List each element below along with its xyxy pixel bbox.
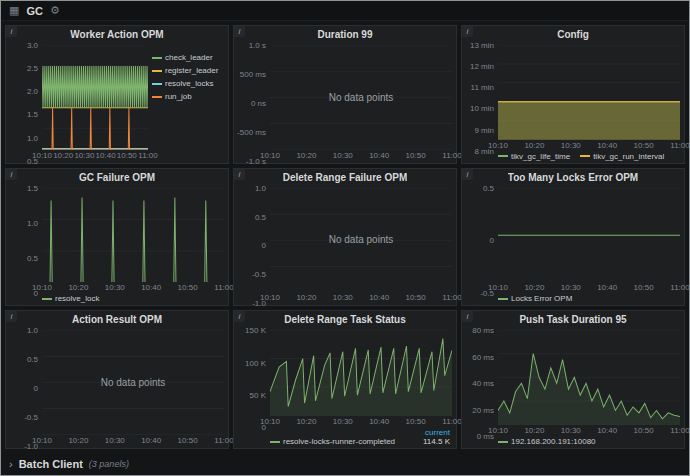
y-axis: 13 min12 min11 min10 min9 min8 min — [464, 45, 498, 151]
x-tick-label: 10:40 — [141, 436, 161, 445]
x-tick-label: 10:40 — [597, 141, 617, 150]
legend-item[interactable]: resolve-locks-runner-completed — [270, 437, 395, 446]
y-axis: 150 K100 K50 K0 — [236, 330, 270, 427]
x-tick-label: 10:40 — [369, 293, 389, 302]
legend-item[interactable]: resolve_locks — [152, 79, 213, 88]
info-icon[interactable]: i — [462, 311, 473, 322]
info-icon[interactable]: i — [234, 169, 245, 180]
y-tick-label: 60 ms — [472, 352, 494, 361]
legend-current-header: current — [270, 428, 450, 437]
legend-label: resolve_lock — [55, 294, 99, 303]
legend-item[interactable]: tikv_gc_run_interval — [580, 152, 664, 161]
legend-items: resolve-locks-runner-completed114.5 K — [270, 437, 450, 446]
plot-wrap: 10:1010:2010:3010:4010:5011:00 — [42, 45, 148, 161]
x-tick-label: 11:00 — [442, 417, 461, 426]
plot — [498, 188, 680, 283]
legend-swatch — [152, 57, 162, 59]
legend-item[interactable]: register_leader — [152, 66, 218, 75]
y-axis: 1.0 s500 ms0 ns-500 ms-1.0 s — [236, 45, 270, 161]
chart-area: 1.51.00.50 10:1010:2010:3010:4010:5011:0… — [8, 188, 224, 294]
x-tick-label: 10:50 — [178, 283, 198, 292]
x-axis: 10:1010:2010:3010:4010:5011:00 — [270, 416, 452, 427]
panel-header[interactable]: i Duration 99 — [234, 26, 456, 43]
x-tick-label: 10:40 — [96, 151, 116, 160]
legend-item[interactable]: check_leader — [152, 53, 213, 62]
y-axis: 80 ms60 ms40 ms20 ms0 ms — [464, 330, 498, 436]
panel-header[interactable]: i Too Many Locks Error OPM — [462, 169, 684, 186]
info-icon[interactable]: i — [462, 169, 473, 180]
y-tick-label: 0.5 — [483, 183, 494, 192]
row-panel-count: (3 panels) — [89, 459, 129, 469]
legend-item[interactable]: 192.168.200.191:10080 — [498, 437, 596, 446]
y-tick-label: 0 ns — [251, 98, 266, 107]
panel-header[interactable]: i Action Result OPM — [6, 311, 228, 328]
panel-header[interactable]: i Delete Range Task Status — [234, 311, 456, 328]
x-tick-label: 10:30 — [105, 283, 125, 292]
panel-header[interactable]: i Delete Range Failure OPM — [234, 169, 456, 186]
legend-item[interactable]: tikv_gc_life_time — [498, 152, 570, 161]
plot: No data points — [270, 45, 452, 150]
panel-body: 80 ms60 ms40 ms20 ms0 ms 10:1010:2010:30… — [462, 328, 684, 448]
chart-canvas — [42, 45, 148, 150]
x-tick-label: 10:50 — [634, 426, 654, 435]
x-tick-label: 10:20 — [68, 436, 88, 445]
panel-header[interactable]: i Push Task Duration 95 — [462, 311, 684, 328]
panel-title: Push Task Duration 95 — [519, 314, 626, 325]
panel-header[interactable]: i Worker Action OPM — [6, 26, 228, 43]
info-icon[interactable]: i — [462, 26, 473, 37]
x-tick-label: 10:10 — [488, 283, 508, 292]
info-icon[interactable]: i — [6, 169, 17, 180]
legend-item[interactable]: run_job — [152, 92, 192, 101]
legend-item[interactable]: resolve_lock — [42, 294, 99, 303]
y-axis: 1.51.00.50 — [8, 188, 42, 294]
info-icon[interactable]: i — [6, 26, 17, 37]
legend-items: Locks Error OPM — [498, 294, 678, 303]
legend: Locks Error OPM — [464, 293, 680, 303]
panel-title: Delete Range Failure OPM — [283, 172, 407, 183]
x-tick-label: 10:20 — [296, 417, 316, 426]
info-icon[interactable]: i — [234, 311, 245, 322]
legend-swatch — [152, 70, 162, 72]
legend-label: 192.168.200.191:10080 — [511, 437, 596, 446]
info-icon[interactable]: i — [6, 311, 17, 322]
y-tick-label: 1.5 — [27, 110, 38, 119]
y-tick-label: 2.0 — [27, 87, 38, 96]
legend-swatch — [270, 441, 280, 443]
x-tick-label: 10:50 — [406, 417, 426, 426]
x-tick-label: 10:50 — [634, 283, 654, 292]
dashboard-title: GC — [26, 5, 43, 17]
x-tick-label: 10:50 — [634, 141, 654, 150]
panel-header[interactable]: i Config — [462, 26, 684, 43]
info-icon[interactable]: i — [234, 26, 245, 37]
x-tick-label: 10:10 — [488, 141, 508, 150]
plot — [498, 330, 680, 425]
apps-grid-icon[interactable]: ▦ — [9, 5, 19, 16]
plot-wrap: 10:1010:2010:3010:4010:5011:00 — [42, 188, 224, 294]
panel-header[interactable]: i GC Failure OPM — [6, 169, 228, 186]
panel-body: 1.00.50-0.5-1.0 No data points 10:1010:2… — [234, 186, 456, 306]
legend-swatch — [498, 441, 508, 443]
y-tick-label: 2.5 — [27, 64, 38, 73]
legend-items: resolve_lock — [42, 294, 222, 303]
chart-canvas — [498, 188, 680, 283]
gear-icon[interactable]: ⚙ — [50, 5, 60, 16]
legend-swatch — [42, 298, 52, 300]
x-tick-label: 10:20 — [296, 293, 316, 302]
plot — [498, 45, 680, 140]
panel-config: i Config 13 min12 min11 min10 min9 min8 … — [461, 25, 685, 164]
row-batch-client[interactable]: › Batch Client (3 panels) — [1, 453, 689, 475]
x-tick-label: 10:30 — [561, 141, 581, 150]
plot — [42, 45, 148, 150]
x-tick-label: 10:10 — [32, 436, 52, 445]
y-tick-label: 1.0 — [27, 133, 38, 142]
x-tick-label: 10:50 — [406, 151, 426, 160]
top-navbar: ▦ GC ⚙ — [1, 1, 689, 21]
plot — [42, 188, 224, 283]
x-tick-label: 11:00 — [138, 151, 157, 160]
legend-item[interactable]: Locks Error OPM — [498, 294, 572, 303]
panel-body: 13 min12 min11 min10 min9 min8 min 10:10… — [462, 43, 684, 163]
y-tick-label: 0.5 — [27, 254, 38, 263]
legend: 192.168.200.191:10080 — [464, 436, 680, 446]
y-tick-label: 11 min — [471, 83, 494, 92]
x-tick-label: 10:10 — [260, 417, 280, 426]
